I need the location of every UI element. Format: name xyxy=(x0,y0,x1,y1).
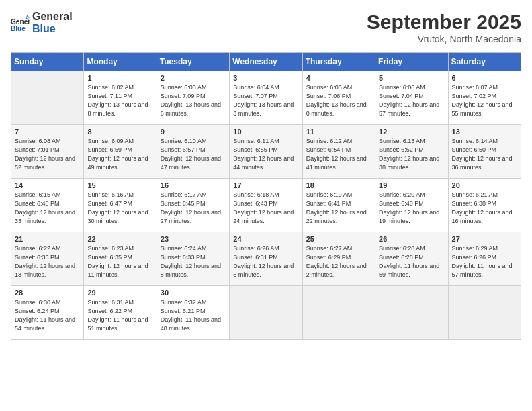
calendar-table: SundayMondayTuesdayWednesdayThursdayFrid… xyxy=(11,52,521,340)
day-info: Sunrise: 6:18 AMSunset: 6:43 PMDaylight:… xyxy=(233,191,298,226)
day-number: 22 xyxy=(87,235,152,243)
col-header-tuesday: Tuesday xyxy=(157,53,229,71)
calendar-week-row: 21Sunrise: 6:22 AMSunset: 6:36 PMDayligh… xyxy=(11,232,521,286)
day-number: 17 xyxy=(233,181,298,189)
month-title: September 2025 xyxy=(367,11,521,34)
day-info: Sunrise: 6:14 AMSunset: 6:50 PMDaylight:… xyxy=(452,137,517,172)
calendar-cell: 19Sunrise: 6:20 AMSunset: 6:40 PMDayligh… xyxy=(375,179,448,232)
calendar-cell: 17Sunrise: 6:18 AMSunset: 6:43 PMDayligh… xyxy=(230,179,302,232)
calendar-cell: 27Sunrise: 6:29 AMSunset: 6:26 PMDayligh… xyxy=(448,232,521,286)
calendar-cell xyxy=(448,286,521,340)
day-info: Sunrise: 6:32 AMSunset: 6:21 PMDaylight:… xyxy=(161,298,226,333)
calendar-week-row: 1Sunrise: 6:02 AMSunset: 7:11 PMDaylight… xyxy=(11,71,521,125)
day-number: 24 xyxy=(233,235,298,243)
day-info: Sunrise: 6:26 AMSunset: 6:31 PMDaylight:… xyxy=(233,244,298,279)
svg-text:Blue: Blue xyxy=(11,25,26,32)
day-number: 14 xyxy=(15,181,80,189)
calendar-cell: 2Sunrise: 6:03 AMSunset: 7:09 PMDaylight… xyxy=(157,71,229,125)
day-info: Sunrise: 6:05 AMSunset: 7:06 PMDaylight:… xyxy=(306,83,371,118)
title-block: September 2025 Vrutok, North Macedonia xyxy=(367,11,521,44)
day-number: 8 xyxy=(87,128,152,136)
day-info: Sunrise: 6:30 AMSunset: 6:24 PMDaylight:… xyxy=(15,298,80,333)
calendar-header-row: SundayMondayTuesdayWednesdayThursdayFrid… xyxy=(11,53,521,71)
day-number: 23 xyxy=(161,235,226,243)
day-info: Sunrise: 6:20 AMSunset: 6:40 PMDaylight:… xyxy=(379,191,444,226)
day-info: Sunrise: 6:21 AMSunset: 6:38 PMDaylight:… xyxy=(452,191,517,226)
day-info: Sunrise: 6:29 AMSunset: 6:26 PMDaylight:… xyxy=(452,244,517,279)
col-header-sunday: Sunday xyxy=(11,53,84,71)
calendar-cell: 22Sunrise: 6:23 AMSunset: 6:35 PMDayligh… xyxy=(84,232,157,286)
day-number: 12 xyxy=(379,128,444,136)
day-info: Sunrise: 6:31 AMSunset: 6:22 PMDaylight:… xyxy=(87,298,152,333)
day-number: 15 xyxy=(87,181,152,189)
day-info: Sunrise: 6:02 AMSunset: 7:11 PMDaylight:… xyxy=(87,83,152,118)
calendar-cell: 1Sunrise: 6:02 AMSunset: 7:11 PMDaylight… xyxy=(84,71,157,125)
logo: General Blue General Blue xyxy=(11,11,73,36)
day-info: Sunrise: 6:23 AMSunset: 6:35 PMDaylight:… xyxy=(87,244,152,279)
calendar-cell: 12Sunrise: 6:13 AMSunset: 6:52 PMDayligh… xyxy=(375,125,448,179)
day-number: 18 xyxy=(306,181,371,189)
day-number: 20 xyxy=(452,181,517,189)
day-info: Sunrise: 6:22 AMSunset: 6:36 PMDaylight:… xyxy=(15,244,80,279)
day-number: 21 xyxy=(15,235,80,243)
calendar-cell xyxy=(11,71,84,125)
col-header-wednesday: Wednesday xyxy=(230,53,302,71)
calendar-cell: 25Sunrise: 6:27 AMSunset: 6:29 PMDayligh… xyxy=(302,232,375,286)
day-number: 16 xyxy=(161,181,226,189)
day-info: Sunrise: 6:10 AMSunset: 6:57 PMDaylight:… xyxy=(161,137,226,172)
day-number: 11 xyxy=(306,128,371,136)
day-info: Sunrise: 6:16 AMSunset: 6:47 PMDaylight:… xyxy=(87,191,152,226)
day-info: Sunrise: 6:03 AMSunset: 7:09 PMDaylight:… xyxy=(161,83,226,118)
day-info: Sunrise: 6:11 AMSunset: 6:55 PMDaylight:… xyxy=(233,137,298,172)
day-number: 9 xyxy=(161,128,226,136)
calendar-cell: 21Sunrise: 6:22 AMSunset: 6:36 PMDayligh… xyxy=(11,232,84,286)
logo-icon: General Blue xyxy=(11,13,30,32)
calendar-cell: 3Sunrise: 6:04 AMSunset: 7:07 PMDaylight… xyxy=(230,71,302,125)
calendar-cell: 20Sunrise: 6:21 AMSunset: 6:38 PMDayligh… xyxy=(448,179,521,232)
calendar-week-row: 14Sunrise: 6:15 AMSunset: 6:48 PMDayligh… xyxy=(11,179,521,232)
col-header-saturday: Saturday xyxy=(448,53,521,71)
day-info: Sunrise: 6:12 AMSunset: 6:54 PMDaylight:… xyxy=(306,137,371,172)
calendar-cell: 13Sunrise: 6:14 AMSunset: 6:50 PMDayligh… xyxy=(448,125,521,179)
day-info: Sunrise: 6:19 AMSunset: 6:41 PMDaylight:… xyxy=(306,191,371,226)
day-number: 13 xyxy=(452,128,517,136)
day-number: 26 xyxy=(379,235,444,243)
day-number: 3 xyxy=(233,74,298,82)
calendar-cell: 4Sunrise: 6:05 AMSunset: 7:06 PMDaylight… xyxy=(302,71,375,125)
calendar-cell: 26Sunrise: 6:28 AMSunset: 6:28 PMDayligh… xyxy=(375,232,448,286)
col-header-friday: Friday xyxy=(375,53,448,71)
calendar-cell xyxy=(375,286,448,340)
logo-general: General xyxy=(32,11,73,23)
day-info: Sunrise: 6:04 AMSunset: 7:07 PMDaylight:… xyxy=(233,83,298,118)
day-number: 25 xyxy=(306,235,371,243)
calendar-cell: 18Sunrise: 6:19 AMSunset: 6:41 PMDayligh… xyxy=(302,179,375,232)
logo-blue: Blue xyxy=(32,23,73,35)
day-number: 1 xyxy=(87,74,152,82)
day-number: 29 xyxy=(87,289,152,297)
calendar-cell xyxy=(302,286,375,340)
day-info: Sunrise: 6:17 AMSunset: 6:45 PMDaylight:… xyxy=(161,191,226,226)
calendar-cell: 5Sunrise: 6:06 AMSunset: 7:04 PMDaylight… xyxy=(375,71,448,125)
calendar-cell: 29Sunrise: 6:31 AMSunset: 6:22 PMDayligh… xyxy=(84,286,157,340)
day-number: 28 xyxy=(15,289,80,297)
day-info: Sunrise: 6:15 AMSunset: 6:48 PMDaylight:… xyxy=(15,191,80,226)
calendar-cell: 11Sunrise: 6:12 AMSunset: 6:54 PMDayligh… xyxy=(302,125,375,179)
day-number: 7 xyxy=(15,128,80,136)
col-header-thursday: Thursday xyxy=(302,53,375,71)
calendar-week-row: 7Sunrise: 6:08 AMSunset: 7:01 PMDaylight… xyxy=(11,125,521,179)
calendar-cell: 6Sunrise: 6:07 AMSunset: 7:02 PMDaylight… xyxy=(448,71,521,125)
calendar-cell: 7Sunrise: 6:08 AMSunset: 7:01 PMDaylight… xyxy=(11,125,84,179)
day-info: Sunrise: 6:28 AMSunset: 6:28 PMDaylight:… xyxy=(379,244,444,279)
calendar-cell: 30Sunrise: 6:32 AMSunset: 6:21 PMDayligh… xyxy=(157,286,229,340)
calendar-cell: 28Sunrise: 6:30 AMSunset: 6:24 PMDayligh… xyxy=(11,286,84,340)
day-info: Sunrise: 6:27 AMSunset: 6:29 PMDaylight:… xyxy=(306,244,371,279)
day-number: 2 xyxy=(161,74,226,82)
calendar-cell: 23Sunrise: 6:24 AMSunset: 6:33 PMDayligh… xyxy=(157,232,229,286)
day-number: 5 xyxy=(379,74,444,82)
calendar-cell: 15Sunrise: 6:16 AMSunset: 6:47 PMDayligh… xyxy=(84,179,157,232)
calendar-cell: 9Sunrise: 6:10 AMSunset: 6:57 PMDaylight… xyxy=(157,125,229,179)
calendar-cell: 16Sunrise: 6:17 AMSunset: 6:45 PMDayligh… xyxy=(157,179,229,232)
location-title: Vrutok, North Macedonia xyxy=(367,34,521,44)
day-info: Sunrise: 6:09 AMSunset: 6:59 PMDaylight:… xyxy=(87,137,152,172)
day-number: 10 xyxy=(233,128,298,136)
